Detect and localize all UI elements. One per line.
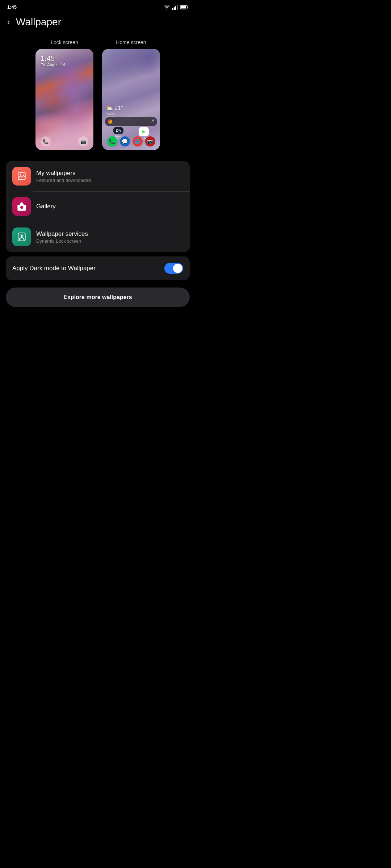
signal-icon — [172, 5, 178, 10]
galaxy-store-icon — [113, 127, 123, 134]
home-screen-preview[interactable]: Home screen ⛅ 91° Austin Updated 8/7, 12… — [102, 39, 160, 150]
toggle-knob — [173, 264, 182, 273]
wallpaper-services-text: Wallpaper services Dynamic Lock screen — [36, 230, 183, 244]
gallery-icon-wrap — [12, 197, 31, 216]
wallpaper-icon-svg — [17, 171, 26, 181]
gallery-text: Gallery — [36, 203, 183, 210]
wifi-icon — [164, 5, 170, 10]
my-wallpapers-title: My wallpapers — [36, 170, 183, 177]
explore-button[interactable]: Explore more wallpapers — [6, 288, 190, 307]
my-wallpapers-icon — [12, 167, 31, 186]
svg-rect-0 — [172, 8, 173, 10]
chrome-dock-icon: 🌐 — [133, 136, 143, 146]
wallpaper-services-icon-wrap — [12, 227, 31, 246]
home-screen-label: Home screen — [116, 39, 146, 45]
weather-icon-sun: ⛅ — [106, 105, 113, 111]
dark-mode-label: Apply Dark mode to Wallpaper — [12, 265, 96, 272]
explore-section: Explore more wallpapers — [0, 288, 196, 322]
svg-rect-6 — [188, 6, 188, 8]
gallery-option[interactable]: Gallery — [6, 191, 190, 222]
header: ‹ Wallpaper — [0, 13, 196, 36]
home-bg: ⛅ 91° Austin Updated 8/7, 12:23 PM 🎤 Gal… — [102, 49, 160, 150]
status-icons — [164, 5, 188, 10]
back-button[interactable]: ‹ — [6, 16, 12, 29]
my-wallpapers-text: My wallpapers Featured and downloaded — [36, 170, 183, 183]
status-bar: 1:45 — [0, 0, 196, 13]
services-icon-svg — [17, 232, 26, 242]
google-logo — [108, 119, 112, 124]
svg-rect-3 — [177, 5, 178, 10]
lock-screen-preview[interactable]: Lock screen 1:45 Fri, August 14 📞 📷 — [35, 39, 93, 150]
gallery-icon-svg — [17, 201, 27, 212]
lock-screen-label: Lock screen — [51, 39, 78, 45]
my-wallpapers-subtitle: Featured and downloaded — [36, 178, 183, 183]
lock-bg: 1:45 Fri, August 14 📞 📷 — [35, 49, 93, 150]
camera-dock-icon: 📷 — [145, 136, 155, 146]
wallpaper-services-subtitle: Dynamic Lock screen — [36, 238, 183, 244]
home-search-bar: 🎤 — [105, 117, 157, 126]
home-weather-widget: ⛅ 91° Austin Updated 8/7, 12:23 PM — [106, 105, 132, 118]
wallpaper-services-option[interactable]: Wallpaper services Dynamic Lock screen — [6, 222, 190, 252]
svg-rect-5 — [181, 6, 186, 8]
battery-icon — [180, 5, 188, 9]
messages-dock-icon: 💬 — [120, 136, 130, 146]
svg-point-9 — [20, 206, 23, 209]
gallery-title: Gallery — [36, 203, 183, 210]
my-wallpapers-option[interactable]: My wallpapers Featured and downloaded — [6, 161, 190, 191]
home-flowers-decoration — [102, 49, 160, 105]
svg-point-8 — [20, 174, 21, 175]
dark-mode-toggle[interactable] — [164, 263, 183, 274]
wallpaper-services-title: Wallpaper services — [36, 230, 183, 238]
preview-section: Lock screen 1:45 Fri, August 14 📞 📷 Home… — [0, 36, 196, 161]
play-store-icon — [139, 127, 149, 136]
home-screen-phone[interactable]: ⛅ 91° Austin Updated 8/7, 12:23 PM 🎤 Gal… — [102, 49, 160, 150]
phone-dock-icon: 📞 — [107, 136, 117, 146]
options-section: My wallpapers Featured and downloaded Ga… — [6, 161, 190, 252]
home-dock: 📞 💬 🌐 📷 — [102, 136, 160, 146]
dark-mode-section: Apply Dark mode to Wallpaper — [6, 256, 190, 280]
status-time: 1:45 — [7, 4, 17, 10]
mic-icon: 🎤 — [150, 119, 154, 123]
svg-rect-2 — [175, 6, 176, 10]
page-title: Wallpaper — [16, 16, 61, 28]
lock-screen-phone[interactable]: 1:45 Fri, August 14 📞 📷 — [35, 49, 93, 150]
svg-rect-1 — [174, 7, 175, 10]
camera-icon: 📷 — [78, 136, 88, 146]
lock-bottom-icons: 📞 📷 — [35, 136, 93, 146]
phone-icon: 📞 — [41, 136, 51, 146]
weather-location: Austin — [106, 112, 132, 115]
lock-time-display: 1:45 Fri, August 14 — [41, 54, 65, 67]
temperature-display: ⛅ 91° — [106, 105, 132, 111]
